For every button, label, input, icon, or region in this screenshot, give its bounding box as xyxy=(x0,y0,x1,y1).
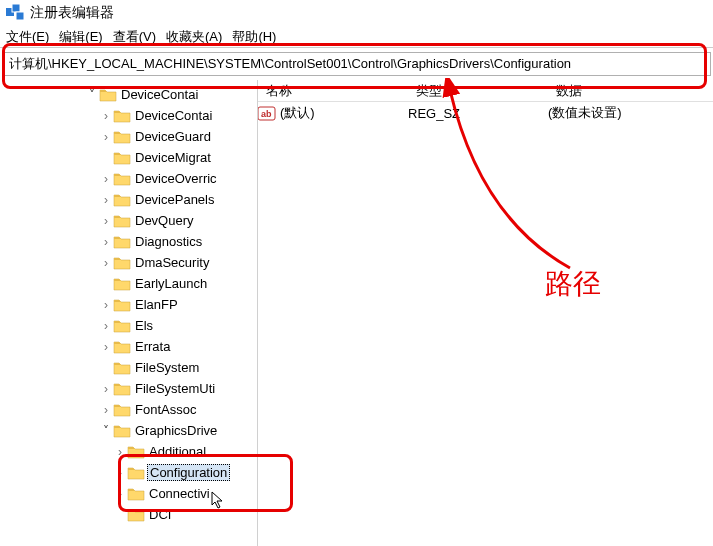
tree-item[interactable]: ›Els xyxy=(0,315,257,336)
folder-icon xyxy=(113,339,131,354)
folder-icon xyxy=(113,108,131,123)
folder-icon xyxy=(113,150,131,165)
tree-item[interactable]: ›DeviceOverric xyxy=(0,168,257,189)
value-type: REG_SZ xyxy=(408,106,548,121)
chevron-right-icon[interactable]: › xyxy=(99,172,113,186)
folder-icon xyxy=(127,465,145,480)
folder-icon xyxy=(99,87,117,102)
folder-icon xyxy=(127,507,145,522)
folder-icon xyxy=(113,381,131,396)
menu-view[interactable]: 查看(V) xyxy=(113,28,156,46)
chevron-right-icon[interactable]: › xyxy=(99,340,113,354)
menu-help[interactable]: 帮助(H) xyxy=(232,28,276,46)
tree-item[interactable]: ›Connectivi xyxy=(0,483,257,504)
tree-item-label[interactable]: Additional xyxy=(147,444,208,459)
tree-item-label[interactable]: GraphicsDrive xyxy=(133,423,219,438)
string-value-icon: ab xyxy=(258,105,276,121)
chevron-right-icon[interactable]: › xyxy=(99,298,113,312)
chevron-right-icon[interactable]: › xyxy=(99,403,113,417)
tree-item-label[interactable]: Connectivi xyxy=(147,486,212,501)
tree-item-label[interactable]: FileSystem xyxy=(133,360,201,375)
tree-item[interactable]: ›FileSystemUti xyxy=(0,378,257,399)
chevron-right-icon[interactable]: › xyxy=(99,109,113,123)
tree-item[interactable]: DCI xyxy=(0,504,257,525)
tree-item[interactable]: ›Additional xyxy=(0,441,257,462)
folder-icon xyxy=(113,171,131,186)
header-type[interactable]: 类型 xyxy=(408,82,548,100)
tree-item[interactable]: ›Configuration xyxy=(0,462,257,483)
folder-icon xyxy=(113,402,131,417)
content-area: ˅DeviceContai›DeviceContai›DeviceGuardDe… xyxy=(0,80,713,546)
tree-item-label[interactable]: DeviceGuard xyxy=(133,129,213,144)
tree-item-label[interactable]: EarlyLaunch xyxy=(133,276,209,291)
tree-item[interactable]: ›DevicePanels xyxy=(0,189,257,210)
chevron-right-icon[interactable]: › xyxy=(113,445,127,459)
window-title: 注册表编辑器 xyxy=(30,4,114,22)
tree-item[interactable]: ›DeviceContai xyxy=(0,105,257,126)
chevron-right-icon[interactable]: › xyxy=(99,130,113,144)
menu-edit[interactable]: 编辑(E) xyxy=(59,28,102,46)
chevron-down-icon[interactable]: ˅ xyxy=(85,88,99,102)
svg-rect-1 xyxy=(12,4,20,12)
svg-rect-2 xyxy=(16,12,24,20)
tree-item-label[interactable]: Els xyxy=(133,318,155,333)
tree-item-label[interactable]: DevicePanels xyxy=(133,192,217,207)
value-name: (默认) xyxy=(280,104,315,122)
tree-item-label[interactable]: DevQuery xyxy=(133,213,196,228)
tree-item-label[interactable]: DeviceContai xyxy=(133,108,214,123)
address-path[interactable]: 计算机\HKEY_LOCAL_MACHINE\SYSTEM\ControlSet… xyxy=(9,55,571,73)
chevron-right-icon[interactable]: › xyxy=(99,256,113,270)
chevron-down-icon[interactable]: ˅ xyxy=(99,424,113,438)
tree-item[interactable]: ›ElanFP xyxy=(0,294,257,315)
menu-bar[interactable]: 文件(E) 编辑(E) 查看(V) 收藏夹(A) 帮助(H) xyxy=(0,26,713,48)
tree-item[interactable]: DeviceMigrat xyxy=(0,147,257,168)
value-row[interactable]: ab (默认) REG_SZ (数值未设置) xyxy=(258,102,713,124)
folder-icon xyxy=(113,297,131,312)
tree-item[interactable]: ˅DeviceContai xyxy=(0,84,257,105)
tree-item[interactable]: ›DeviceGuard xyxy=(0,126,257,147)
tree-item[interactable]: ›DmaSecurity xyxy=(0,252,257,273)
tree-item-label[interactable]: DmaSecurity xyxy=(133,255,211,270)
folder-icon xyxy=(113,213,131,228)
tree-item[interactable]: EarlyLaunch xyxy=(0,273,257,294)
chevron-right-icon[interactable]: › xyxy=(99,235,113,249)
svg-text:ab: ab xyxy=(261,109,272,119)
tree-item-label[interactable]: DCI xyxy=(147,507,173,522)
tree-item[interactable]: FileSystem xyxy=(0,357,257,378)
tree-item-label[interactable]: DeviceOverric xyxy=(133,171,219,186)
header-name[interactable]: 名称 xyxy=(258,82,408,100)
title-bar: 注册表编辑器 xyxy=(0,0,713,26)
tree-item-label[interactable]: DeviceMigrat xyxy=(133,150,213,165)
tree-pane[interactable]: ˅DeviceContai›DeviceContai›DeviceGuardDe… xyxy=(0,80,258,546)
tree-item[interactable]: ›Diagnostics xyxy=(0,231,257,252)
tree-item-label[interactable]: Diagnostics xyxy=(133,234,204,249)
tree-item-label[interactable]: ElanFP xyxy=(133,297,180,312)
header-data[interactable]: 数据 xyxy=(548,82,713,100)
folder-icon xyxy=(113,192,131,207)
tree-item-label[interactable]: FileSystemUti xyxy=(133,381,217,396)
tree-item-label[interactable]: DeviceContai xyxy=(119,87,200,102)
folder-icon xyxy=(113,234,131,249)
tree-item[interactable]: ›Errata xyxy=(0,336,257,357)
tree-item[interactable]: ›FontAssoc xyxy=(0,399,257,420)
menu-file[interactable]: 文件(E) xyxy=(6,28,49,46)
tree-item[interactable]: ›DevQuery xyxy=(0,210,257,231)
chevron-right-icon[interactable]: › xyxy=(99,319,113,333)
folder-icon xyxy=(127,486,145,501)
folder-icon xyxy=(113,129,131,144)
folder-icon xyxy=(113,318,131,333)
tree-item-label[interactable]: Errata xyxy=(133,339,172,354)
chevron-right-icon[interactable]: › xyxy=(113,487,127,501)
chevron-right-icon[interactable]: › xyxy=(99,382,113,396)
tree-item[interactable]: ˅GraphicsDrive xyxy=(0,420,257,441)
tree-item-label[interactable]: FontAssoc xyxy=(133,402,198,417)
folder-icon xyxy=(113,360,131,375)
chevron-right-icon[interactable]: › xyxy=(99,214,113,228)
menu-favorites[interactable]: 收藏夹(A) xyxy=(166,28,222,46)
chevron-right-icon[interactable]: › xyxy=(99,193,113,207)
value-headers[interactable]: 名称 类型 数据 xyxy=(258,80,713,102)
chevron-right-icon[interactable]: › xyxy=(113,466,127,480)
value-pane[interactable]: 名称 类型 数据 ab (默认) REG_SZ (数值未设置) xyxy=(258,80,713,546)
tree-item-label[interactable]: Configuration xyxy=(147,464,230,481)
address-bar[interactable]: 计算机\HKEY_LOCAL_MACHINE\SYSTEM\ControlSet… xyxy=(2,52,711,76)
